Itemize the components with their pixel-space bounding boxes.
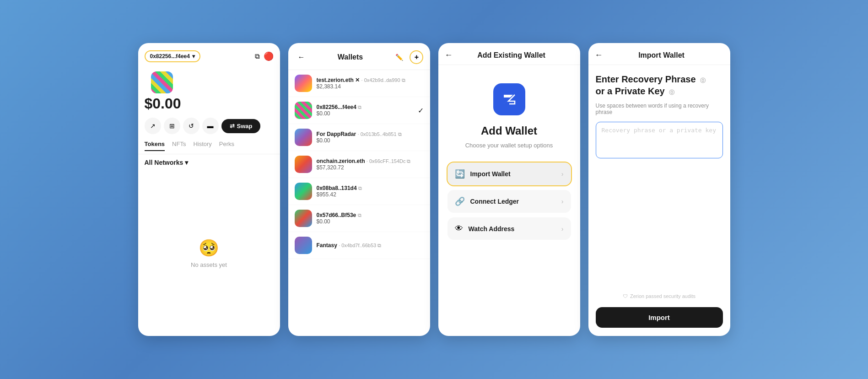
wallet-name: 0x08ba8..131d4 ⧉	[317, 185, 424, 191]
chevron-down-icon: ▾	[185, 159, 188, 166]
add-wallet-button[interactable]: +	[410, 50, 423, 64]
balance-row	[138, 66, 280, 95]
chevron-right-icon: ›	[561, 225, 564, 233]
add-wallet-title: Add Existing Wallet	[458, 51, 566, 60]
recovery-phrase-input[interactable]	[596, 122, 723, 158]
wallet-balance: $0.00	[317, 110, 413, 117]
wallet-balance: $0.00	[317, 218, 424, 225]
empty-text: No assets yet	[191, 261, 227, 268]
wallet-info: test.zerion.eth ✕ · 0x42b9d..da990 ⧉ $2,…	[317, 77, 424, 90]
chevron-right-icon: ›	[561, 170, 564, 178]
back-button[interactable]: ←	[595, 50, 603, 60]
add-wallet-body: Add Wallet Choose your wallet setup opti…	[438, 65, 580, 249]
wallet-item[interactable]: 0x82256...f4ee4 ⧉ $0.00 ✓	[288, 97, 430, 124]
wallet-avatar	[295, 129, 312, 146]
wallet-item[interactable]: 0x08ba8..131d4 ⧉ $955.42	[288, 178, 430, 205]
screen-wallets-list: ← Wallets ✏️ + test.zerion.eth ✕ · 0x42b…	[288, 43, 430, 336]
wallet-avatar	[295, 210, 312, 227]
import-heading-text: Enter Recovery Phrase ⓪ or a Private Key…	[596, 73, 723, 97]
security-badge: 🛡 Zerion passed security audits	[596, 293, 723, 299]
action-buttons: ↗ ⊞ ↺ ▬ ⇄ Swap	[138, 114, 280, 138]
address-badge[interactable]: 0x82256...f4ee4 ▾	[145, 50, 200, 62]
wallet-avatar	[295, 102, 312, 119]
wallets-header-actions: ✏️ +	[392, 50, 423, 64]
import-button[interactable]: Import	[596, 307, 723, 328]
wallet-info: Fantasy · 0x4bd7f..66b53 ⧉	[317, 242, 424, 249]
tab-nfts[interactable]: NFTs	[172, 141, 186, 151]
import-heading: Enter Recovery Phrase ⓪ or a Private Key…	[596, 73, 723, 97]
wallets-title: Wallets	[338, 53, 363, 61]
empty-state: 🥺 No assets yet	[138, 171, 280, 336]
wallet-item[interactable]: test.zerion.eth ✕ · 0x42b9d..da990 ⧉ $2,…	[288, 70, 430, 97]
tab-perks[interactable]: Perks	[219, 141, 234, 151]
chevron-down-icon: ▾	[192, 53, 195, 60]
swap-label: Swap	[237, 123, 253, 130]
card-button[interactable]: ▬	[202, 118, 219, 134]
wallet-balance: $57,320.72	[317, 164, 424, 171]
import-wallet-body: Enter Recovery Phrase ⓪ or a Private Key…	[588, 65, 730, 336]
wallet-info: 0x08ba8..131d4 ⧉ $955.42	[317, 185, 424, 198]
wallet-name: 0x82256...f4ee4 ⧉	[317, 104, 413, 110]
wallet-item[interactable]: 0x57d66..Bf53e ⧉ $0.00	[288, 205, 430, 232]
network-label: All Networks	[145, 159, 183, 166]
screens-container: 0x82256...f4ee4 ▾ ⧉ 🔴 $0.00 ↗ ⊞ ↺ ▬ ⇄ Sw…	[129, 34, 739, 345]
wallet-name: 0x57d66..Bf53e ⧉	[317, 212, 424, 218]
wallet-balance: $0.00	[317, 137, 424, 144]
swap-button[interactable]: ⇄ Swap	[221, 119, 261, 133]
wallet-item[interactable]: onchain.zerion.eth · 0x66cFF..154Dc ⧉ $5…	[288, 151, 430, 178]
tab-bar: Tokens NFTs History Perks	[138, 138, 280, 154]
back-button[interactable]: ←	[295, 50, 308, 64]
screen-import-wallet: ← Import Wallet Enter Recovery Phrase ⓪ …	[588, 43, 730, 336]
wallet-balance: $2,383.14	[317, 83, 424, 90]
screen-add-wallet: ← Add Existing Wallet Add Wallet Choose …	[438, 43, 580, 336]
wallet-avatar	[295, 237, 312, 254]
copy-icon[interactable]: ⧉	[255, 52, 260, 60]
send-button[interactable]: ↗	[145, 118, 161, 134]
wallet-item[interactable]: For DappRadar · 0x013b5..4b851 ⧉ $0.00	[288, 124, 430, 151]
screen-main-wallet: 0x82256...f4ee4 ▾ ⧉ 🔴 $0.00 ↗ ⊞ ↺ ▬ ⇄ Sw…	[138, 43, 280, 336]
wallet-item[interactable]: Fantasy · 0x4bd7f..66b53 ⧉	[288, 232, 430, 259]
wallets-header: ← Wallets ✏️ +	[288, 43, 430, 70]
history-button[interactable]: ↺	[183, 118, 199, 134]
back-button[interactable]: ←	[445, 50, 453, 60]
wallet-name: test.zerion.eth ✕ · 0x42b9d..da990 ⧉	[317, 77, 424, 83]
edit-button[interactable]: ✏️	[392, 50, 406, 64]
apps-button[interactable]: ⊞	[164, 118, 180, 134]
wallet-avatar	[295, 183, 312, 200]
zerion-logo	[493, 83, 525, 115]
info-icon[interactable]: ⓪	[700, 77, 706, 84]
wallet-info: 0x57d66..Bf53e ⧉ $0.00	[317, 212, 424, 225]
network-filter[interactable]: All Networks ▾	[138, 154, 280, 171]
wallet-list: test.zerion.eth ✕ · 0x42b9d..da990 ⧉ $2,…	[288, 70, 430, 336]
tab-history[interactable]: History	[193, 141, 211, 151]
tab-tokens[interactable]: Tokens	[145, 141, 165, 151]
shield-icon: 🛡	[623, 293, 628, 299]
wallet-header: 0x82256...f4ee4 ▾ ⧉ 🔴	[138, 43, 280, 66]
import-wallet-label: Import Wallet	[470, 170, 556, 178]
add-wallet-header: ← Add Existing Wallet	[438, 43, 580, 65]
info-icon-2[interactable]: ⓪	[669, 89, 674, 96]
add-wallet-subtitle: Choose your wallet setup options	[465, 142, 553, 149]
import-wallet-option[interactable]: 🔄 Import Wallet ›	[447, 162, 571, 185]
watch-icon: 👁	[455, 224, 463, 233]
import-icon: 🔄	[455, 169, 465, 179]
heading-line2: or a Private Key	[596, 86, 665, 96]
wallet-options: 🔄 Import Wallet › 🔗 Connect Ledger › 👁 W…	[447, 162, 571, 240]
wallet-avatar	[295, 75, 312, 92]
watch-address-option[interactable]: 👁 Watch Address ›	[447, 217, 571, 240]
watch-address-label: Watch Address	[469, 225, 556, 233]
wallet-avatar	[295, 156, 312, 173]
avatar	[151, 71, 173, 93]
settings-icon[interactable]: 🔴	[264, 51, 274, 61]
heading-line1: Enter Recovery Phrase	[596, 74, 696, 84]
import-wallet-title: Import Wallet	[608, 51, 716, 60]
wallet-address: 0x82256...f4ee4	[150, 53, 190, 60]
connect-ledger-label: Connect Ledger	[470, 198, 556, 205]
spacer	[596, 163, 723, 289]
wallet-info: For DappRadar · 0x013b5..4b851 ⧉ $0.00	[317, 131, 424, 144]
wallet-balance: $955.42	[317, 191, 424, 198]
security-text: Zerion passed security audits	[630, 293, 695, 299]
header-icons: ⧉ 🔴	[255, 51, 274, 61]
connect-ledger-option[interactable]: 🔗 Connect Ledger ›	[447, 190, 571, 213]
add-wallet-heading: Add Wallet	[481, 125, 537, 137]
